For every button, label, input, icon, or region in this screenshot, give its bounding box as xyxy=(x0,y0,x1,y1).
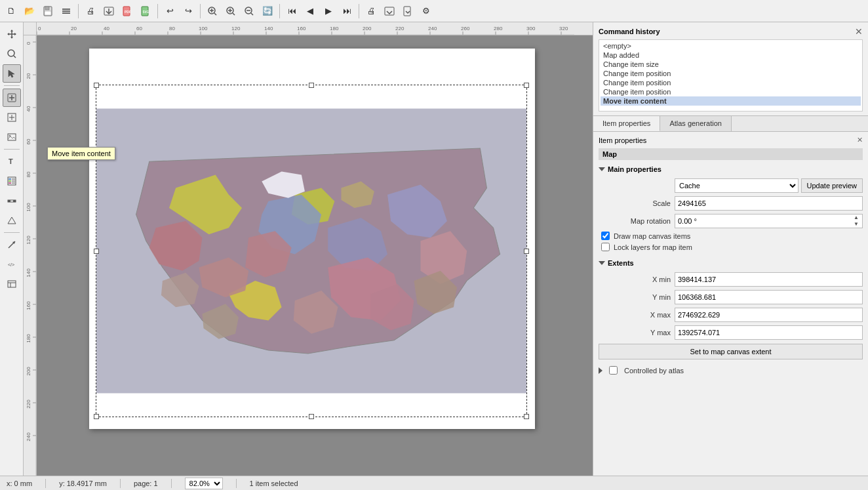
ymax-row: Y max xyxy=(599,325,863,340)
sep4 xyxy=(279,4,280,18)
controlled-atlas-label: Controlled by atlas xyxy=(624,367,684,375)
add-legend-tool[interactable] xyxy=(3,172,21,190)
lock-layers-label: Lock layers for map item xyxy=(614,243,692,251)
handle-mr[interactable] xyxy=(524,249,529,254)
cmd-item-0[interactable]: <empty> xyxy=(601,41,861,51)
export2-btn[interactable] xyxy=(381,3,398,20)
controlled-atlas-expand-icon[interactable] xyxy=(599,367,602,374)
rotation-spinner[interactable]: ▲ ▼ xyxy=(852,214,861,228)
rotation-down-btn[interactable]: ▼ xyxy=(852,221,861,228)
svg-marker-48 xyxy=(8,217,16,224)
handle-bm[interactable] xyxy=(309,414,314,419)
set-extent-btn[interactable]: Set to map canvas extent xyxy=(599,344,863,359)
svg-text:</>: </> xyxy=(8,262,14,267)
handle-ml[interactable] xyxy=(94,249,99,254)
add-attribute-tool[interactable] xyxy=(3,275,21,293)
zoom-in-btn[interactable] xyxy=(222,3,239,20)
add-scalebar-tool[interactable] xyxy=(3,192,21,210)
canvas-area[interactable]: 0 20 40 60 80 100 120 140 160 180 xyxy=(24,22,593,476)
xmax-label: X max xyxy=(599,311,671,319)
redo-btn[interactable]: ↪ xyxy=(180,3,197,20)
atlas-end-btn[interactable]: ⏭ xyxy=(338,3,355,20)
svg-text:20: 20 xyxy=(26,73,31,79)
cmd-item-5[interactable]: Change item position xyxy=(601,87,861,96)
zoom-select[interactable]: 82.0% 50% 75% 100% 150% 200% xyxy=(185,478,223,489)
svg-rect-1 xyxy=(45,7,49,10)
cmd-item-2[interactable]: Change item size xyxy=(601,60,861,69)
add-label-tool[interactable]: T xyxy=(3,152,21,171)
select-tool[interactable] xyxy=(3,64,21,83)
svg-text:T: T xyxy=(9,157,13,165)
svg-text:200: 200 xyxy=(26,367,31,376)
handle-tr[interactable] xyxy=(524,83,529,88)
cmd-item-3[interactable]: Change item position xyxy=(601,69,861,78)
pan-tool[interactable] xyxy=(3,25,21,43)
status-sep4 xyxy=(236,479,237,488)
settings-btn[interactable]: ⚙ xyxy=(418,3,435,20)
atlas-prev-btn[interactable]: ⏮ xyxy=(283,3,300,20)
cmd-item-4[interactable]: Change item position xyxy=(601,78,861,87)
properties-btn[interactable] xyxy=(58,3,75,20)
add-image-tool[interactable] xyxy=(3,128,21,146)
refresh-btn[interactable]: 🔄 xyxy=(259,3,276,20)
undo-btn[interactable]: ↩ xyxy=(161,3,178,20)
tab-item-properties[interactable]: Item properties xyxy=(593,116,660,131)
props-close-btn[interactable]: ✕ xyxy=(857,136,863,144)
export-pdf-btn[interactable]: PDF xyxy=(119,3,136,20)
new-file-btn[interactable]: 🗋 xyxy=(3,3,20,20)
handle-tl[interactable] xyxy=(94,83,99,88)
svg-text:180: 180 xyxy=(330,26,339,31)
add-shape-tool[interactable] xyxy=(3,211,21,230)
svg-line-30 xyxy=(14,56,16,58)
extents-header[interactable]: Extents xyxy=(599,258,863,268)
xmin-input[interactable] xyxy=(675,272,863,287)
status-selected: 1 item selected xyxy=(250,480,298,487)
svg-marker-26 xyxy=(10,37,13,39)
zoom-full-btn[interactable] xyxy=(204,3,221,20)
scale-input[interactable] xyxy=(675,196,863,211)
add-html-tool[interactable]: </> xyxy=(3,255,21,274)
cache-select[interactable]: Cache Render Don't cache xyxy=(675,178,799,193)
handle-tm[interactable] xyxy=(309,83,314,88)
cmd-item-1[interactable]: Map added xyxy=(601,51,861,60)
ymin-input[interactable] xyxy=(675,290,863,304)
export-image-btn[interactable] xyxy=(100,3,117,20)
export-svg-btn[interactable]: SVG xyxy=(137,3,154,20)
ymax-label: Y max xyxy=(599,329,671,337)
handle-bl[interactable] xyxy=(94,414,99,419)
open-file-btn[interactable]: 📂 xyxy=(21,3,38,20)
ymin-row: Y min xyxy=(599,290,863,304)
print-btn[interactable]: 🖨 xyxy=(82,3,99,20)
atlas-next-btn[interactable]: ▶ xyxy=(320,3,337,20)
svg-line-21 xyxy=(251,13,253,15)
svg-rect-2 xyxy=(45,11,51,15)
controlled-atlas-checkbox[interactable] xyxy=(609,366,618,375)
atlas-back-btn[interactable]: ◀ xyxy=(302,3,319,20)
export3-btn[interactable] xyxy=(399,3,416,20)
svg-rect-5 xyxy=(62,12,70,14)
svg-line-17 xyxy=(233,13,235,15)
print2-btn[interactable]: 🖨 xyxy=(363,3,380,20)
add-map-tool[interactable] xyxy=(3,108,21,127)
svg-rect-4 xyxy=(62,10,70,12)
command-history-close-btn[interactable]: ✕ xyxy=(855,26,863,37)
zoom-tool[interactable] xyxy=(3,45,21,63)
update-preview-btn[interactable]: Update preview xyxy=(801,178,863,193)
zoom-out-btn[interactable] xyxy=(241,3,258,20)
command-history-list[interactable]: <empty> Map added Change item size Chang… xyxy=(599,39,863,112)
rotation-up-btn[interactable]: ▲ xyxy=(852,214,861,221)
ymax-input[interactable] xyxy=(675,325,863,340)
svg-text:140: 140 xyxy=(26,268,31,277)
move-item-tool[interactable] xyxy=(3,89,21,107)
svg-text:0: 0 xyxy=(26,41,31,45)
lock-layers-checkbox[interactable] xyxy=(601,243,610,251)
add-arrow-tool[interactable] xyxy=(3,235,21,254)
cmd-item-6[interactable]: Move item content xyxy=(601,96,861,106)
save-file-btn[interactable] xyxy=(39,3,56,20)
draw-canvas-checkbox[interactable] xyxy=(601,232,610,240)
xmax-input[interactable] xyxy=(675,308,863,322)
main-properties-header[interactable]: Main properties xyxy=(599,164,863,174)
svg-text:0: 0 xyxy=(38,26,41,31)
tab-atlas-generation[interactable]: Atlas generation xyxy=(660,116,732,131)
handle-br[interactable] xyxy=(524,414,529,419)
